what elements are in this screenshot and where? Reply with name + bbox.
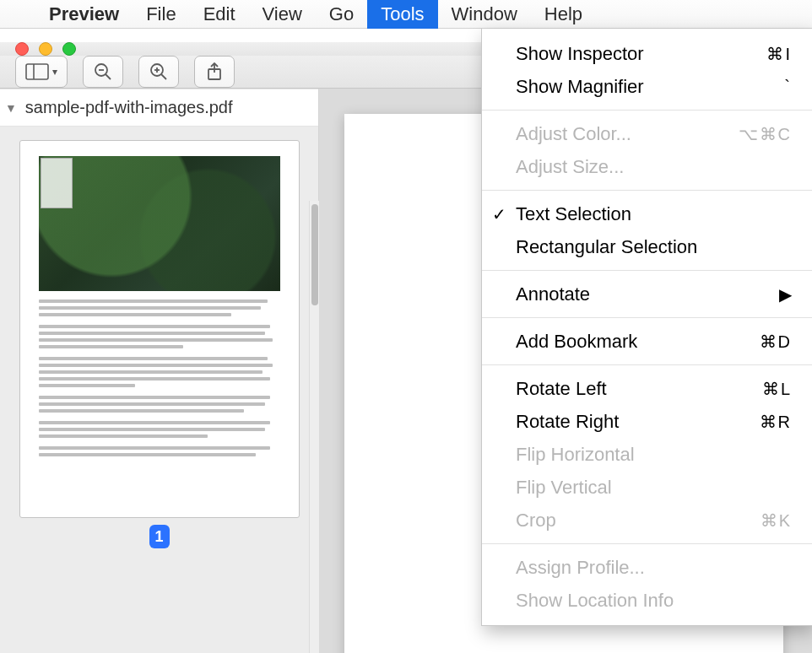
menu-item-text-selection[interactable]: ✓Text Selection	[482, 197, 812, 230]
menu-item-adjust-color: Adjust Color...⌥⌘C	[482, 117, 812, 150]
share-button[interactable]	[194, 56, 235, 88]
menu-item-label: Text Selection	[516, 203, 724, 225]
menu-item-rectangular-selection[interactable]: Rectangular Selection	[482, 230, 812, 263]
svg-line-3	[106, 74, 111, 79]
menu-item-assign-profile: Assign Profile...	[482, 551, 812, 584]
menu-item-adjust-size: Adjust Size...	[482, 150, 812, 183]
thumbnail-sidebar: ▼ sample-pdf-with-images.pdf	[0, 89, 319, 653]
menu-item-flip-horizontal: Flip Horizontal	[482, 438, 812, 471]
page-thumbnail[interactable]	[19, 140, 300, 518]
disclosure-triangle-icon[interactable]: ▼	[5, 101, 17, 115]
menubar-window[interactable]: Window	[438, 0, 531, 29]
menu-item-shortcut: ⌘K	[724, 510, 792, 531]
menu-item-show-location-info: Show Location Info	[482, 584, 812, 617]
svg-rect-0	[26, 64, 48, 79]
menu-item-label: Rotate Left	[516, 378, 724, 400]
menu-separator	[482, 543, 812, 544]
menu-item-shortcut: ⌥⌘C	[724, 124, 792, 144]
chevron-right-icon: ▶	[779, 284, 792, 305]
menu-item-flip-vertical: Flip Vertical	[482, 471, 812, 504]
tools-dropdown: Show Inspector⌘IShow Magnifier`Adjust Co…	[481, 29, 812, 626]
zoom-out-button[interactable]	[83, 56, 123, 88]
menu-item-label: Rotate Right	[516, 411, 724, 433]
menubar: Preview File Edit View Go Tools Window H…	[0, 0, 812, 29]
menu-item-annotate[interactable]: Annotate▶	[482, 278, 812, 310]
menu-item-label: Show Magnifier	[516, 76, 724, 98]
menu-separator	[482, 317, 812, 318]
file-header[interactable]: ▼ sample-pdf-with-images.pdf	[0, 89, 318, 127]
checkmark-icon: ✓	[492, 204, 506, 224]
window-minimize-button[interactable]	[39, 42, 52, 56]
filename-label: sample-pdf-with-images.pdf	[25, 98, 233, 117]
menu-separator	[482, 270, 812, 271]
menu-item-label: Show Inspector	[516, 43, 724, 65]
menu-item-shortcut: ⌘I	[724, 44, 792, 64]
menu-item-label: Assign Profile...	[516, 557, 724, 579]
thumb-container: 1	[0, 127, 318, 653]
menu-item-label: Flip Vertical	[516, 477, 724, 499]
svg-line-6	[161, 74, 166, 79]
zoom-in-button[interactable]	[138, 56, 179, 88]
thumbnail-image	[39, 156, 280, 291]
menu-item-shortcut: ⌘L	[724, 379, 792, 399]
menu-item-show-magnifier[interactable]: Show Magnifier`	[482, 70, 812, 103]
menubar-file[interactable]: File	[133, 0, 189, 29]
menubar-go[interactable]: Go	[316, 0, 367, 29]
menu-item-shortcut: ⌘R	[724, 412, 792, 432]
menu-item-label: Add Bookmark	[516, 331, 724, 353]
menu-separator	[482, 364, 812, 365]
menubar-app[interactable]: Preview	[35, 0, 133, 29]
window-close-button[interactable]	[15, 42, 29, 56]
menu-item-label: Rectangular Selection	[516, 236, 724, 258]
page-number-badge[interactable]: 1	[149, 525, 170, 548]
menu-item-label: Flip Horizontal	[516, 444, 724, 466]
menu-item-label: Adjust Size...	[516, 156, 724, 178]
menu-item-shortcut: ⌘D	[724, 332, 792, 352]
menu-item-label: Show Location Info	[516, 590, 724, 612]
menubar-help[interactable]: Help	[531, 0, 596, 29]
window-zoom-button[interactable]	[62, 42, 76, 56]
menubar-tools[interactable]: Tools	[367, 0, 437, 29]
menu-item-shortcut: `	[724, 77, 792, 96]
menu-item-crop: Crop⌘K	[482, 504, 812, 537]
sidebar-view-button[interactable]: ▾	[15, 56, 68, 88]
menu-separator	[482, 190, 812, 191]
menu-item-label: Adjust Color...	[516, 123, 724, 145]
menu-item-label: Annotate	[516, 283, 779, 305]
sidebar-scrollbar[interactable]	[309, 201, 319, 653]
menu-separator	[482, 110, 812, 111]
menu-item-rotate-left[interactable]: Rotate Left⌘L	[482, 372, 812, 405]
menu-item-show-inspector[interactable]: Show Inspector⌘I	[482, 37, 812, 70]
menu-item-rotate-right[interactable]: Rotate Right⌘R	[482, 405, 812, 438]
menu-item-label: Crop	[516, 510, 724, 532]
menubar-view[interactable]: View	[249, 0, 316, 29]
menubar-edit[interactable]: Edit	[190, 0, 249, 29]
menu-item-add-bookmark[interactable]: Add Bookmark⌘D	[482, 325, 812, 358]
